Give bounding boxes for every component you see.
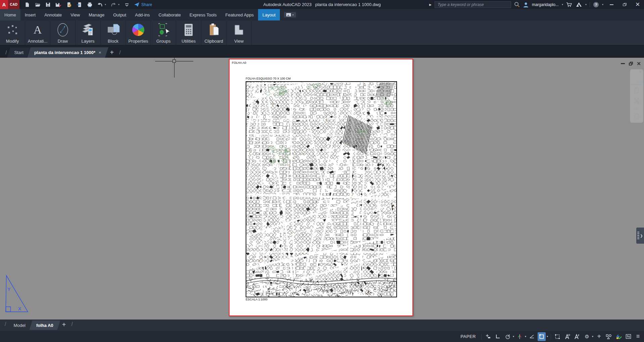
pan-hand-icon[interactable] <box>632 85 642 95</box>
graphics-performance-icon[interactable] <box>614 332 623 341</box>
share-button[interactable]: Share <box>134 2 152 7</box>
panel-groups[interactable]: Groups <box>151 20 176 45</box>
new-layout-button[interactable]: + <box>59 321 69 330</box>
svg-text:?: ? <box>595 3 597 7</box>
restore-icon[interactable] <box>620 0 630 9</box>
isolate-objects-icon[interactable] <box>605 332 613 341</box>
zoom-dropdown-caret-icon[interactable]: ▾ <box>632 106 642 111</box>
svg-text:Y: Y <box>7 287 11 292</box>
save-icon[interactable] <box>45 2 51 8</box>
annotation-visibility-icon[interactable] <box>563 332 572 341</box>
minimize-icon[interactable] <box>606 0 616 9</box>
redo-icon[interactable] <box>110 2 116 8</box>
open-folder-icon[interactable] <box>35 2 41 8</box>
undo-icon[interactable] <box>97 2 103 8</box>
clean-screen-icon[interactable] <box>624 332 632 341</box>
panel-layers[interactable]: Layers <box>76 20 101 45</box>
open-from-mobile-icon[interactable] <box>66 2 72 8</box>
snap-mode-icon[interactable] <box>484 332 492 341</box>
ribbon-tab-manage[interactable]: Manage <box>84 9 109 20</box>
panel-properties[interactable]: Properties <box>126 20 151 45</box>
ribbon-tab-express-tools[interactable]: Express Tools <box>185 9 221 20</box>
ortho-mode-icon[interactable] <box>494 332 502 341</box>
ribbon-tab-insert[interactable]: Insert <box>20 9 40 20</box>
panel-clipboard[interactable]: Clipboard <box>201 20 227 45</box>
navbar-close-icon[interactable]: ✕ <box>639 70 642 74</box>
save-as-icon[interactable] <box>55 2 61 8</box>
panel-modify[interactable]: Modify <box>0 20 25 45</box>
autodesk-logo-icon[interactable] <box>576 2 582 7</box>
file-tab-document[interactable]: planta da intervencao 1 1000* × <box>29 47 107 58</box>
search-input[interactable] <box>435 1 511 8</box>
panel-draw[interactable]: Draw <box>50 20 76 45</box>
qat-customize-chevron-icon[interactable] <box>124 2 130 8</box>
ribbon-tab-home[interactable]: Home <box>0 9 20 20</box>
annotation-autoscale-icon[interactable] <box>573 332 581 341</box>
search-icon[interactable] <box>514 2 520 7</box>
save-to-mobile-icon[interactable] <box>76 2 82 8</box>
user-name[interactable]: margaridaplo... <box>532 2 559 7</box>
help-dropdown-caret-icon[interactable]: ▾ <box>602 3 603 6</box>
ribbon-tab-addins[interactable]: Add-ins <box>131 9 154 20</box>
viewport-restore-icon[interactable] <box>628 61 633 66</box>
modify-grips-icon <box>0 22 25 37</box>
panel-block[interactable]: Block <box>101 20 126 45</box>
application-menu-button[interactable]: A CAD <box>0 0 19 9</box>
ribbon-tab-featured-apps[interactable]: Featured Apps <box>221 9 258 20</box>
ribbon-tab-collaborate[interactable]: Collaborate <box>154 9 185 20</box>
paper-model-toggle[interactable]: PAPER <box>458 334 479 339</box>
new-file-icon[interactable] <box>24 2 30 8</box>
autodesk-dropdown-caret-icon[interactable]: ▾ <box>585 3 587 6</box>
ribbon-tab-view[interactable]: View <box>66 9 84 20</box>
ribbon-tab-output[interactable]: Output <box>109 9 131 20</box>
isometric-drafting-caret-icon[interactable]: ▾ <box>525 335 526 338</box>
ribbon-tab-layout[interactable]: Layout <box>258 9 280 20</box>
help-icon[interactable]: ? <box>593 2 599 8</box>
ribbon-tab-annotate[interactable]: Annotate <box>40 9 66 20</box>
polar-tracking-caret-icon[interactable]: ▾ <box>513 335 514 338</box>
panel-annotation[interactable]: A Annotati... <box>25 20 50 45</box>
viewport-minimize-icon[interactable] <box>620 61 625 66</box>
new-drawing-tab-button[interactable]: + <box>107 49 117 58</box>
orbit-icon[interactable] <box>632 111 642 121</box>
settings-gear-icon[interactable]: ⚙ <box>583 332 591 341</box>
file-tab-start[interactable]: Start <box>9 47 29 58</box>
autocad-logo-cad: CAD <box>8 0 19 9</box>
plus-icon[interactable]: + <box>595 332 603 341</box>
viewport-close-icon[interactable]: ✕ <box>636 61 641 66</box>
user-dropdown-caret-icon[interactable]: ▾ <box>562 3 563 6</box>
cart-icon[interactable] <box>566 2 573 7</box>
ribbon-display-toggle[interactable]: ▾ <box>284 12 296 17</box>
user-avatar-icon[interactable] <box>523 2 529 7</box>
close-icon[interactable]: ✕ <box>633 0 643 9</box>
object-snap-icon[interactable] <box>538 332 546 341</box>
layout-paper-sheet[interactable]: FOLHA A0 FOLHA ESQUISSO 70 X 100 CM ESCA… <box>229 59 413 316</box>
drawing-canvas[interactable]: FOLHA A0 FOLHA ESQUISSO 70 X 100 CM ESCA… <box>0 58 644 320</box>
panel-view[interactable]: View <box>227 20 252 45</box>
redo-dropdown-caret-icon[interactable]: ▾ <box>118 3 119 6</box>
undo-dropdown-caret-icon[interactable]: ▾ <box>105 3 106 6</box>
palette-collapsed-handle[interactable]: ❯ <box>636 228 644 244</box>
file-tab-close-icon[interactable]: × <box>99 50 101 55</box>
map-viewport-frame[interactable] <box>246 81 397 297</box>
polar-tracking-icon[interactable] <box>504 332 512 341</box>
quick-access-toolbar: ▾ ▾ <box>24 2 130 8</box>
navigation-bar: ✕ 2D ▾ <box>630 69 643 123</box>
layout-tab-bar: / Model folha A0 + / <box>0 320 644 331</box>
isometric-drafting-icon[interactable] <box>516 332 524 341</box>
object-snap-caret-icon[interactable]: ▾ <box>547 335 548 338</box>
layout-tab-folha-a0[interactable]: folha A0 <box>31 321 59 330</box>
plot-icon[interactable] <box>87 2 93 8</box>
selection-cycling-icon[interactable] <box>554 332 562 341</box>
steering-wheel-2d-icon[interactable]: 2D <box>632 74 642 84</box>
panel-utilities[interactable]: Utilities <box>176 20 201 45</box>
settings-gear-caret-icon[interactable]: ▾ <box>592 335 593 338</box>
search-expand-arrow-icon[interactable]: ▶ <box>429 3 432 6</box>
ribbon-display-caret-icon: ▾ <box>292 13 294 16</box>
zoom-extents-icon[interactable] <box>632 95 642 106</box>
customization-icon[interactable]: ≡ <box>634 332 642 341</box>
layout-tab-model[interactable]: Model <box>8 321 31 330</box>
osnap-tracking-icon[interactable] <box>528 332 536 341</box>
titlebar-right-cluster: ▶ margaridaplo... ▾ ▾ ? ▾ ✕ <box>429 0 644 9</box>
layers-stack-icon <box>76 22 100 37</box>
